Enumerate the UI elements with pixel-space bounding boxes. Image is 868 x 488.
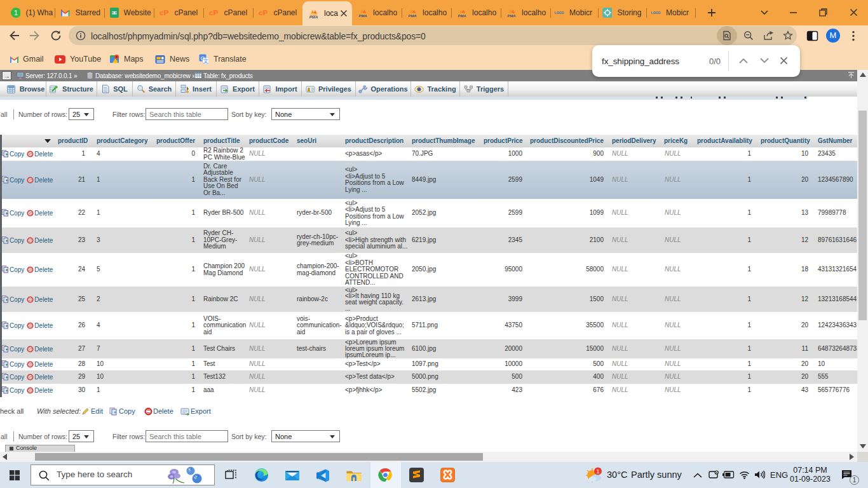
- svg-text:cP: cP: [209, 8, 218, 17]
- svg-text:PMA: PMA: [508, 14, 516, 18]
- svg-text:cP: cP: [259, 8, 268, 17]
- svg-text:1: 1: [14, 9, 18, 17]
- svg-text:文: 文: [203, 58, 208, 64]
- svg-text:LOGO: LOGO: [651, 11, 661, 15]
- svg-text:LOGO: LOGO: [555, 11, 564, 15]
- svg-text:PMA: PMA: [309, 15, 318, 19]
- svg-text:PMA: PMA: [409, 14, 417, 18]
- svg-text:PMA: PMA: [359, 14, 367, 18]
- svg-text:cP: cP: [159, 8, 168, 17]
- svg-text:1: 1: [596, 468, 599, 475]
- svg-text:PMA: PMA: [458, 14, 466, 18]
